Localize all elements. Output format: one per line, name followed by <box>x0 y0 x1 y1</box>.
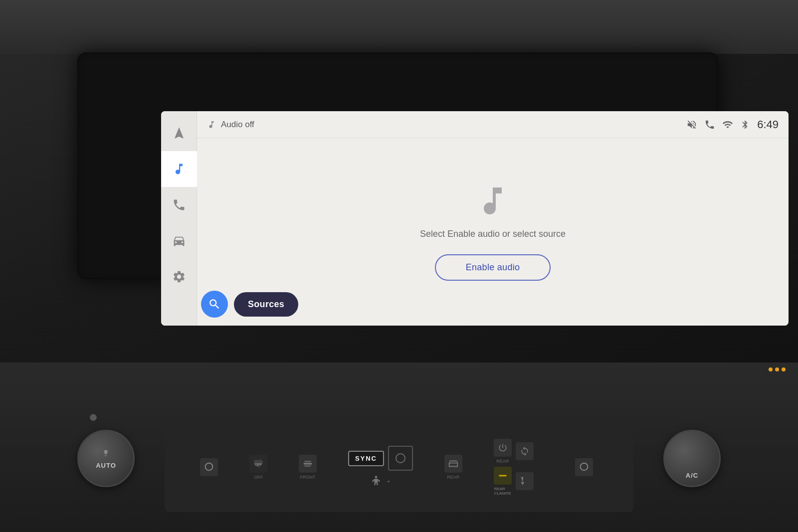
left-climate-indicators <box>89 413 98 422</box>
right-seat-heat-btn[interactable] <box>575 458 593 476</box>
recirculation-btn[interactable] <box>516 442 534 460</box>
wifi-icon <box>722 119 733 130</box>
front-defrost-btn[interactable]: FRONT <box>299 455 317 480</box>
svg-rect-3 <box>499 475 506 477</box>
orange-indicator-dots <box>769 367 786 371</box>
large-music-icon <box>475 183 511 221</box>
mute-icon <box>686 119 697 130</box>
rear-defrost-btn[interactable]: REAR <box>444 455 462 480</box>
rear-climate-btn[interactable]: REARCLIMATE <box>494 467 512 496</box>
clock-time: 6:49 <box>757 118 779 131</box>
screen-bezel: Audio off 6:49 <box>77 52 718 279</box>
sidebar <box>161 111 197 326</box>
sync-display: SYNC <box>348 451 384 466</box>
rear-climate-label: REARCLIMATE <box>494 487 511 496</box>
left-knob-label: AUTO <box>96 462 116 469</box>
header-right: 6:49 <box>686 118 779 131</box>
dashboard-top <box>0 0 798 54</box>
rear-ac-label: REAR <box>496 459 509 464</box>
ac-power-btn[interactable]: REAR <box>494 439 512 464</box>
audio-status: Audio off <box>221 120 254 130</box>
search-icon <box>208 298 221 311</box>
front-label: FRONT <box>300 475 316 480</box>
figure-icon-row <box>369 475 392 489</box>
bluetooth-icon <box>740 120 750 130</box>
enable-audio-button[interactable]: Enable audio <box>435 254 551 281</box>
sidebar-item-settings[interactable] <box>161 259 197 295</box>
seat-heat-left-btn[interactable] <box>200 458 218 476</box>
music-note-icon <box>207 120 216 129</box>
fan-display <box>388 446 413 471</box>
sidebar-item-phone[interactable] <box>161 187 197 223</box>
seat-heat-right-btn[interactable] <box>516 472 534 490</box>
fan-off-label: OFF <box>254 475 263 480</box>
dot-1 <box>769 367 773 371</box>
dot-2 <box>775 367 779 371</box>
sync-display-area: SYNC <box>348 446 413 489</box>
sidebar-item-nav[interactable] <box>161 115 197 151</box>
climate-area: AUTO A/C OFF OFF FRONT <box>0 362 798 532</box>
sidebar-item-car[interactable] <box>161 223 197 259</box>
phone-off-icon <box>704 119 715 130</box>
sidebar-item-music[interactable] <box>161 151 197 187</box>
bottom-toolbar: Sources <box>201 291 298 318</box>
sources-button[interactable]: Sources <box>234 292 298 317</box>
ac-controls: REAR REARCLIMATE <box>494 439 534 496</box>
left-knob-top-label <box>96 448 116 459</box>
svg-text:OFF: OFF <box>255 462 262 467</box>
header-left: Audio off <box>207 120 254 130</box>
header: Audio off 6:49 <box>197 111 789 138</box>
right-knob-label: A/C <box>686 472 698 479</box>
main-screen: Audio off 6:49 <box>161 111 789 326</box>
prompt-text: Select Enable audio or select source <box>420 229 566 239</box>
left-temperature-knob[interactable]: AUTO <box>77 430 135 487</box>
climate-buttons-panel: OFF OFF FRONT SYNC <box>165 422 633 512</box>
dot-3 <box>782 367 786 371</box>
svg-point-2 <box>375 476 378 478</box>
rear-label: REAR <box>447 475 459 480</box>
fan-off-btn[interactable]: OFF OFF <box>249 455 267 480</box>
svg-rect-1 <box>304 463 312 465</box>
right-temperature-knob[interactable]: A/C <box>663 430 721 487</box>
search-button[interactable] <box>201 291 228 318</box>
